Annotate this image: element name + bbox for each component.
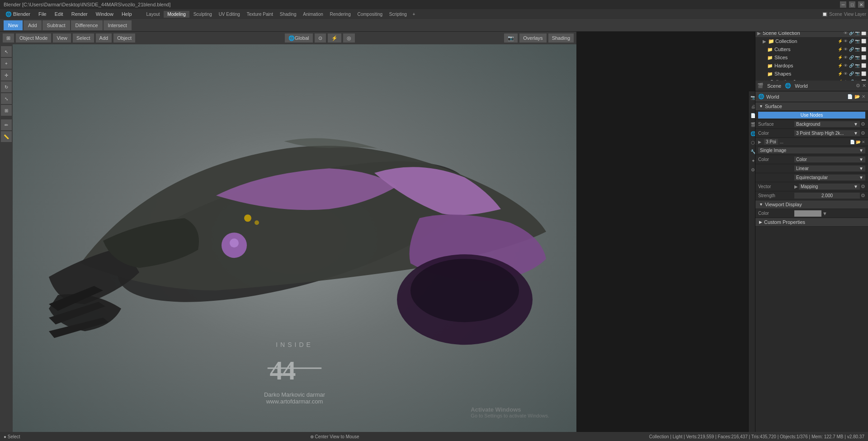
tool-move[interactable]: ✛ — [1, 70, 12, 81]
node-icon3[interactable]: ✕ — [862, 140, 865, 144]
object-mode-btn[interactable]: Object Mode — [16, 33, 51, 43]
color2-dropdown[interactable]: Color ▼ — [794, 156, 865, 162]
vector-label: Vector — [758, 184, 794, 189]
vector-dropdown[interactable]: Mapping ▼ — [799, 184, 860, 190]
menu-render[interactable]: Render — [68, 10, 91, 18]
collection-icon: 📁 — [768, 38, 774, 44]
toolbar-subtract[interactable]: Subtract — [42, 20, 70, 30]
workspace-scripting[interactable]: Scripting — [387, 11, 410, 18]
strength-field[interactable]: 2.000 — [794, 193, 860, 199]
custom-props-arrow: ▶ — [759, 220, 762, 224]
custom-properties-header[interactable]: ▶ Custom Properties — [755, 218, 868, 227]
workspace-texture-paint[interactable]: Texture Paint — [244, 11, 276, 18]
vector-options[interactable]: ⚙ — [861, 184, 865, 190]
outliner-hardops[interactable]: 📁 Hardops ⚡ 👁 🔗 📷 ⬜ — [755, 62, 868, 70]
outliner-cutters[interactable]: 📁 Cutters ⚡ 👁 🔗 📷 ⬜ — [755, 45, 868, 53]
add-btn[interactable]: Add — [96, 33, 112, 43]
vp-color-options[interactable]: ▼ — [822, 211, 827, 216]
scene-world-bar: 🎬 Scene 🌐 World ⚙ ✕ — [755, 81, 868, 91]
tool-select[interactable]: ↖ — [1, 46, 12, 57]
linear-dropdown[interactable]: Linear ▼ — [794, 166, 865, 171]
workspace-sculpting[interactable]: Sculpting — [191, 11, 215, 18]
tool-transform[interactable]: ⊞ — [1, 105, 12, 116]
vector-row: Vector ▶ Mapping ▼ ⚙ — [755, 182, 868, 191]
tool-cursor[interactable]: + — [1, 58, 12, 69]
close-button[interactable]: ✕ — [858, 1, 864, 8]
props-close-icon[interactable]: ✕ — [862, 94, 865, 99]
use-nodes-btn[interactable]: Use Nodes — [758, 112, 865, 119]
tool-annotate[interactable]: ✏ — [1, 119, 12, 130]
viewport-display-arrow: ▼ — [759, 202, 763, 207]
props-browse-icon[interactable]: 📂 — [854, 94, 860, 99]
tool-scale[interactable]: ⤡ — [1, 93, 12, 104]
surface-options[interactable]: ⚙ — [861, 121, 865, 127]
snap-btn[interactable]: ⚡ — [328, 33, 341, 43]
toolbar-difference[interactable]: Difference — [71, 20, 103, 30]
scene-label: Scene — [829, 12, 842, 17]
object-btn[interactable]: Object — [113, 33, 135, 43]
node-label: 3 Poi — [764, 139, 778, 145]
tool-rotate[interactable]: ↻ — [1, 81, 12, 92]
workspace-uv[interactable]: UV Editing — [216, 11, 243, 18]
menu-help[interactable]: Help — [118, 10, 136, 18]
pivot-btn[interactable]: ⊙ — [315, 33, 326, 43]
outliner-shapes[interactable]: 📁 Shapes ⚡ 👁 🔗 📷 ⬜ — [755, 70, 868, 78]
properties-header: 🌐 World 📄 📂 ✕ — [755, 91, 868, 102]
color-options[interactable]: ⚙ — [861, 130, 865, 136]
global-btn[interactable]: 🌐 Global — [285, 33, 313, 43]
workspace-layout[interactable]: Layout — [144, 11, 163, 18]
scene-world-close[interactable]: ✕ — [862, 83, 866, 89]
spacecraft-render — [13, 53, 576, 383]
viewport-display-icon[interactable]: 📷 — [504, 33, 518, 43]
node-icon2[interactable]: 📂 — [856, 140, 861, 144]
minimize-button[interactable]: ─ — [840, 1, 846, 8]
overlays-btn[interactable]: Overlays — [519, 33, 546, 43]
color-dropdown[interactable]: 3 Point Sharp High 2k... ▼ — [794, 130, 860, 136]
svg-point-4 — [410, 259, 519, 322]
toolbar-add[interactable]: Add — [24, 20, 42, 30]
watermark-logo: 44 — [268, 350, 322, 391]
workspace-animation[interactable]: Animation — [300, 11, 326, 18]
viewport-color-swatch[interactable] — [794, 210, 821, 217]
proportional-btn[interactable]: ◎ — [343, 33, 355, 43]
surface-dropdown[interactable]: Background ▼ — [794, 121, 860, 127]
viewport-display-header[interactable]: ▼ Viewport Display — [755, 200, 868, 209]
viewport-3d[interactable]: INSIDE 44 Darko Markovic darmar www.arto… — [13, 44, 576, 432]
view-btn[interactable]: View — [53, 33, 71, 43]
tool-measure[interactable]: 📏 — [1, 131, 12, 142]
menu-blender[interactable]: 🌐 Blender — [2, 10, 34, 18]
surface-section-header[interactable]: ▼ Surface — [755, 102, 868, 111]
world-props-label: World — [766, 94, 779, 100]
workspace-add[interactable]: + — [411, 11, 417, 18]
menu-edit[interactable]: Edit — [51, 10, 67, 18]
node-extra: ... — [780, 139, 783, 144]
world-text[interactable]: World — [795, 83, 808, 89]
scene-world-options[interactable]: ⚙ — [856, 83, 860, 89]
single-image-dropdown[interactable]: Single Image ▼ — [758, 147, 865, 153]
maximize-button[interactable]: □ — [849, 1, 855, 8]
node-icon1[interactable]: 📄 — [850, 140, 855, 144]
menu-file[interactable]: File — [35, 10, 50, 18]
toolbar-new[interactable]: New — [4, 20, 23, 30]
shapes-icon: 📁 — [767, 71, 773, 76]
single-image-row: Single Image ▼ — [755, 146, 868, 155]
workspace-rendering[interactable]: Rendering — [327, 11, 354, 18]
select-btn[interactable]: Select — [73, 33, 94, 43]
outliner-slices[interactable]: 📁 Slices ⚡ 👁 🔗 📷 ⬜ — [755, 53, 868, 62]
outliner-collection[interactable]: ▶ 📁 Collection ⚡ 👁 🔗 📷 ⬜ — [755, 37, 868, 45]
toolbar-intersect[interactable]: Intersect — [104, 20, 132, 30]
props-new-icon[interactable]: 📄 — [847, 94, 853, 99]
viewport-mode-icon[interactable]: ⊞ — [3, 33, 14, 43]
workspace-shading[interactable]: Shading — [277, 11, 299, 18]
node-arrow[interactable]: ▶ — [758, 140, 761, 144]
workspace-compositing[interactable]: Compositing — [354, 11, 385, 18]
shading-btn[interactable]: Shading — [548, 33, 574, 43]
workspace-modeling[interactable]: Modeling — [164, 11, 189, 18]
surface-arrow: ▼ — [759, 104, 763, 109]
vector-expand[interactable]: ▶ — [794, 184, 798, 189]
menu-window[interactable]: Window — [92, 10, 117, 18]
equirectangular-dropdown[interactable]: Equirectangular ▼ — [794, 175, 865, 180]
watermark: INSIDE 44 Darko Markovic darmar www.arto… — [264, 341, 325, 405]
strength-options[interactable]: ⚙ — [861, 193, 865, 199]
scene-text[interactable]: Scene — [767, 83, 781, 89]
